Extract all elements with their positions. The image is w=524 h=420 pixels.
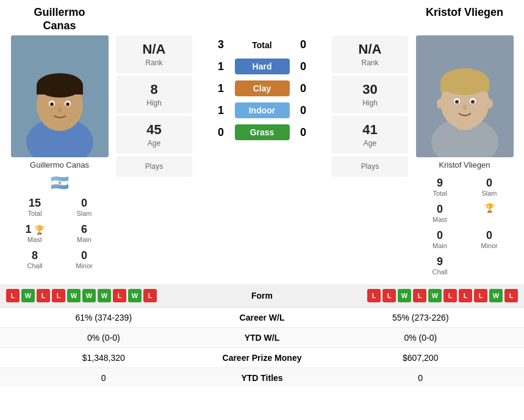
right-mast-value: 0: [417, 203, 463, 216]
right-plays-card: Plays: [332, 156, 408, 177]
form-badge-left: L: [143, 289, 157, 302]
right-slam-label: Slam: [467, 190, 512, 197]
svg-point-23: [486, 99, 493, 109]
left-player-area: Guillermo Canas 🇦🇷 15 Total 0 Slam 1: [6, 35, 113, 272]
career-wl-left: 61% (374-239): [6, 313, 201, 322]
form-badge-left: L: [52, 289, 65, 302]
grass-left: 0: [214, 126, 229, 139]
form-badge-right: L: [413, 289, 426, 302]
left-chall-label: Chall: [12, 262, 58, 269]
titles-left: 0: [6, 373, 201, 383]
right-slam-cell: 0 Slam: [465, 174, 514, 199]
clay-right: 0: [296, 82, 311, 95]
left-slam-cell: 0 Slam: [60, 194, 109, 219]
right-rank-area: N/A Rank 30 High 41 Age Plays: [332, 35, 408, 177]
right-stats-grid: 9 Total 0 Slam 0 Mast 🏆 0: [416, 174, 514, 278]
total-left: 3: [214, 38, 229, 51]
right-main-label: Main: [417, 242, 463, 249]
left-minor-cell: 0 Minor: [60, 247, 109, 272]
left-total-value: 15: [12, 197, 58, 210]
right-age-value: 41: [338, 122, 402, 138]
right-trophy-cell: 🏆: [465, 201, 514, 226]
prize-right: $607,200: [323, 353, 519, 363]
form-badge-right: L: [443, 289, 457, 302]
left-trophy-icon: 🏆: [34, 225, 45, 235]
indoor-badge: Indoor: [235, 102, 290, 118]
right-minor-cell: 0 Minor: [465, 227, 514, 252]
left-player-name-below: Guillermo Canas: [30, 160, 89, 169]
form-badge-right: L: [474, 289, 487, 302]
hard-row: 1 Hard 0: [195, 57, 329, 76]
right-slam-value: 0: [467, 177, 512, 190]
left-rank-label: Rank: [122, 59, 186, 67]
svg-point-21: [463, 105, 467, 110]
titles-right: 0: [323, 373, 519, 383]
right-total-cell: 9 Total: [416, 174, 464, 199]
total-row: 3 Total 0: [195, 35, 329, 54]
right-rank-card: N/A Rank: [332, 35, 408, 73]
left-slam-value: 0: [62, 197, 107, 210]
svg-point-22: [437, 99, 444, 109]
left-total-cell: 15 Total: [11, 194, 59, 219]
names-row: Guillermo Canas Kristof Vliegen: [0, 0, 524, 32]
left-slam-label: Slam: [62, 210, 107, 217]
right-high-card: 30 High: [332, 76, 408, 113]
left-stats-grid: 15 Total 0 Slam 1 🏆 Mast 6 Main: [11, 194, 109, 272]
right-chall-label: Chall: [417, 268, 463, 276]
left-player-photo: [11, 35, 109, 157]
form-badge-left: L: [113, 289, 126, 302]
right-high-value: 30: [338, 82, 402, 98]
left-chall-cell: 8 Chall: [11, 247, 59, 272]
form-badge-right: L: [504, 289, 518, 302]
career-wl-right: 55% (273-226): [323, 313, 519, 322]
content-row: Guillermo Canas 🇦🇷 15 Total 0 Slam 1: [0, 32, 524, 281]
total-label: Total: [235, 40, 290, 50]
right-rank-value: N/A: [338, 41, 402, 57]
indoor-right: 0: [296, 104, 311, 117]
ytd-wl-row: 0% (0-0) YTD W/L 0% (0-0): [0, 327, 524, 347]
right-minor-value: 0: [467, 229, 512, 242]
left-mast-label: Mast: [12, 236, 58, 243]
left-rank-card: N/A Rank: [116, 35, 192, 73]
left-age-label: Age: [122, 139, 186, 148]
right-minor-label: Minor: [467, 242, 512, 249]
right-chall-value: 9: [417, 255, 463, 268]
right-rank-label: Rank: [338, 59, 402, 67]
total-right: 0: [296, 38, 311, 51]
form-badge-left: L: [37, 289, 50, 302]
left-age-card: 45 Age: [116, 116, 192, 154]
right-trophy-icon: 🏆: [484, 203, 495, 213]
form-badge-left: W: [82, 289, 96, 302]
ytd-wl-right: 0% (0-0): [323, 333, 519, 343]
right-chall-cell: 9 Chall: [416, 253, 464, 278]
left-avatar-svg: [11, 35, 109, 157]
indoor-left: 1: [214, 104, 229, 117]
left-high-card: 8 High: [116, 76, 192, 113]
left-rank-area: N/A Rank 8 High 45 Age Plays: [116, 35, 192, 177]
left-total-label: Total: [12, 210, 58, 217]
clay-left: 1: [214, 82, 229, 95]
ytd-wl-left: 0% (0-0): [6, 333, 201, 343]
right-mast-label: Mast: [417, 216, 463, 223]
grass-right: 0: [296, 126, 311, 139]
titles-row: 0 YTD Titles 0: [0, 368, 524, 388]
left-mast-value: 1: [25, 223, 31, 236]
score-section: 3 Total 0 1 Hard 0 1 Clay 0: [195, 35, 329, 142]
hard-right: 0: [296, 60, 311, 73]
main-container: Guillermo Canas Kristof Vliegen: [0, 0, 524, 388]
left-chall-value: 8: [12, 249, 58, 262]
grass-row: 0 Grass 0: [195, 123, 329, 142]
left-minor-label: Minor: [62, 262, 107, 269]
form-right: LLWLWLLLWL: [308, 289, 519, 302]
left-main-label: Main: [62, 236, 107, 243]
left-plays-value: Plays: [122, 162, 186, 171]
left-high-value: 8: [122, 82, 186, 98]
form-badge-left: W: [67, 289, 81, 302]
svg-rect-5: [37, 85, 83, 94]
right-main-value: 0: [417, 229, 463, 242]
clay-badge: Clay: [235, 80, 290, 96]
form-badge-right: L: [367, 289, 381, 302]
form-left: LWLLWWWLWL: [6, 289, 217, 302]
middle-row: N/A Rank 8 High 45 Age Plays: [116, 35, 408, 177]
left-player-flag: 🇦🇷: [51, 174, 69, 191]
